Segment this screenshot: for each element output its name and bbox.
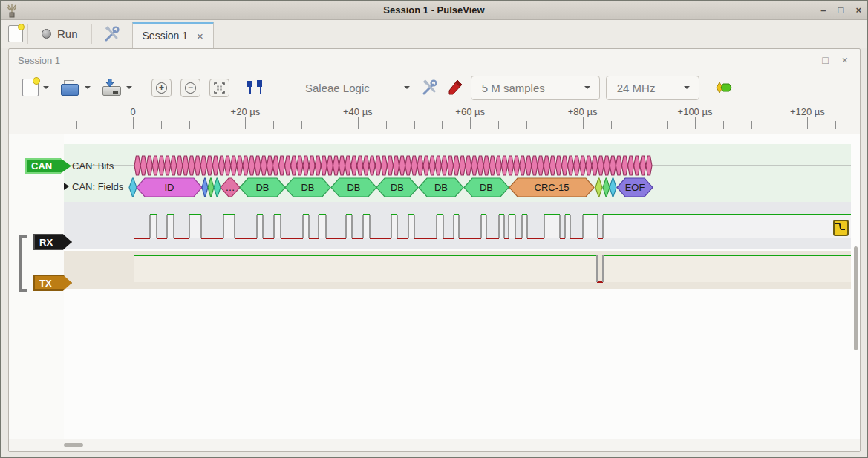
zoom-in-button[interactable]: +	[151, 79, 172, 97]
signal-high-region	[303, 215, 309, 238]
field-label: …	[226, 182, 235, 193]
bit-annotation	[279, 156, 285, 175]
bit-annotation	[495, 156, 501, 175]
signal-edge	[262, 215, 264, 238]
signal-edge	[436, 215, 437, 238]
bit-annotation	[526, 156, 532, 175]
bit-annotation	[158, 156, 164, 175]
signal-high-region	[346, 215, 352, 238]
bit-annotation	[640, 156, 646, 175]
ruler-tick	[639, 121, 639, 129]
bit-annotation	[532, 156, 538, 175]
tx-waveform	[64, 251, 851, 289]
zoom-fit-button[interactable]	[209, 79, 229, 97]
save-group[interactable]	[102, 80, 132, 96]
bit-annotation	[195, 156, 200, 175]
chevron-down-icon[interactable]	[85, 86, 91, 89]
sample-count-combobox[interactable]: 5 M samples	[471, 76, 600, 100]
add-decoder-icon[interactable]	[714, 81, 735, 94]
subwindow-close-button[interactable]: ×	[842, 54, 848, 66]
session-tab[interactable]: Session 1 ×	[132, 22, 214, 48]
expand-arrow-icon[interactable]	[64, 183, 69, 190]
trigger-marker[interactable]	[833, 220, 849, 236]
toolbar-separator	[91, 24, 92, 44]
settings-tools-icon[interactable]	[102, 25, 120, 43]
fields-row-label[interactable]: CAN: Fields	[72, 181, 123, 192]
subwindow-restore-button[interactable]: □	[822, 54, 828, 66]
ruler-tick	[218, 121, 218, 129]
subwindow-footer	[9, 439, 860, 451]
device-selector[interactable]: Saleae Logic	[305, 82, 410, 94]
bit-annotation	[441, 156, 447, 175]
field-annotation	[595, 178, 602, 197]
probe-icon[interactable]	[447, 79, 463, 96]
sample-rate-combobox[interactable]: 24 MHz	[606, 76, 699, 100]
bit-annotation	[255, 156, 261, 175]
field-annotation	[202, 178, 208, 197]
bit-annotation	[592, 156, 598, 175]
bit-annotation	[218, 156, 224, 175]
bit-annotation	[206, 156, 212, 175]
new-file-group[interactable]	[22, 79, 49, 96]
signal-high-region	[583, 215, 598, 238]
bit-annotation	[183, 156, 189, 175]
signal-edge	[582, 215, 584, 238]
run-button[interactable]: Run	[33, 27, 87, 40]
signal-high-region	[437, 215, 443, 238]
bit-annotation	[466, 156, 471, 175]
signal-high-region	[167, 215, 174, 238]
ruler-tick	[442, 121, 443, 129]
save-icon	[102, 80, 122, 96]
signal-high-region	[522, 215, 527, 238]
zoom-out-button[interactable]: −	[180, 79, 200, 97]
new-session-icon[interactable]	[8, 25, 23, 42]
ruler-tick	[723, 121, 724, 129]
signal-edge	[391, 215, 392, 238]
time-cursor[interactable]	[134, 134, 134, 439]
bit-annotation	[333, 156, 339, 175]
title-bar: Session 1 - PulseView – □ ×	[1, 1, 867, 20]
bit-annotation	[152, 156, 158, 175]
ruler-tick	[189, 121, 190, 129]
trace-view[interactable]: ID…DBDBDBDBDBDBCRC-15EOF CAN: Bits CAN: …	[9, 134, 860, 439]
trigger-flags-icon[interactable]	[246, 80, 267, 95]
horizontal-scrollbar[interactable]	[64, 443, 83, 447]
chevron-down-icon	[684, 86, 690, 89]
sample-rate-value: 24 MHz	[617, 82, 676, 94]
bit-annotation	[489, 156, 495, 175]
configure-device-icon[interactable]	[420, 79, 438, 96]
bit-annotation	[291, 156, 297, 175]
ruler-tick	[498, 121, 499, 129]
close-button[interactable]: ×	[855, 4, 861, 17]
ruler-label: +60 µs	[455, 106, 485, 117]
chevron-down-icon[interactable]	[43, 86, 49, 89]
chevron-down-icon[interactable]	[126, 86, 132, 89]
session-tab-close-icon[interactable]: ×	[197, 30, 203, 42]
maximize-button[interactable]: □	[838, 4, 844, 17]
signal-edge	[526, 215, 528, 238]
time-ruler[interactable]: 0+20 µs+40 µs+60 µs+80 µs+100 µs+120 µs	[9, 104, 860, 134]
open-file-group[interactable]	[61, 80, 91, 96]
signal-edge	[602, 255, 604, 282]
signal-edge	[508, 215, 509, 238]
bit-annotation	[189, 156, 195, 175]
signal-edge	[351, 215, 353, 238]
signal-edge	[570, 215, 571, 238]
bit-annotation	[267, 156, 273, 175]
ruler-tick	[245, 117, 246, 129]
can-decoder-band: ID…DBDBDBDBDBDBCRC-15EOF	[64, 144, 851, 202]
vertical-scrollbar[interactable]	[854, 246, 858, 350]
field-label: DB	[255, 182, 269, 193]
signal-edge	[596, 255, 598, 282]
bit-annotation	[501, 156, 507, 175]
signal-edge	[397, 215, 398, 238]
bit-annotation	[297, 156, 303, 175]
minimize-button[interactable]: –	[820, 4, 826, 17]
bit-annotation	[454, 156, 460, 175]
signal-edge	[453, 215, 454, 238]
bits-row-label[interactable]: CAN: Bits	[72, 160, 114, 171]
chevron-down-icon	[584, 86, 590, 89]
bit-annotation	[381, 156, 387, 175]
signal-edge	[325, 215, 327, 238]
signal-edge	[369, 215, 371, 238]
